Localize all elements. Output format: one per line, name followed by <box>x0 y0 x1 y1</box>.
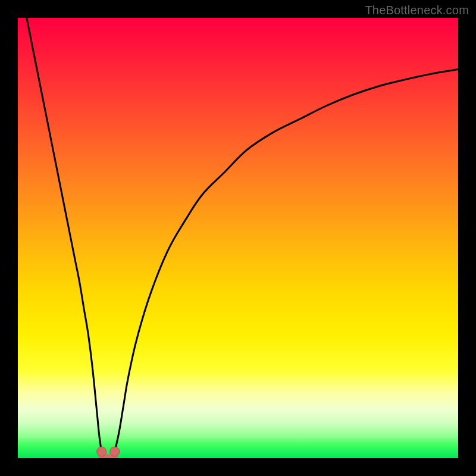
curve-right-branch <box>115 70 458 452</box>
min-marker-right <box>110 447 120 456</box>
bottleneck-curve <box>18 18 458 458</box>
curve-left-branch <box>27 18 102 452</box>
min-marker-left <box>97 447 107 456</box>
attribution-watermark: TheBottleneck.com <box>365 4 469 17</box>
plot-area <box>18 18 458 458</box>
chart-frame: TheBottleneck.com <box>0 0 476 476</box>
